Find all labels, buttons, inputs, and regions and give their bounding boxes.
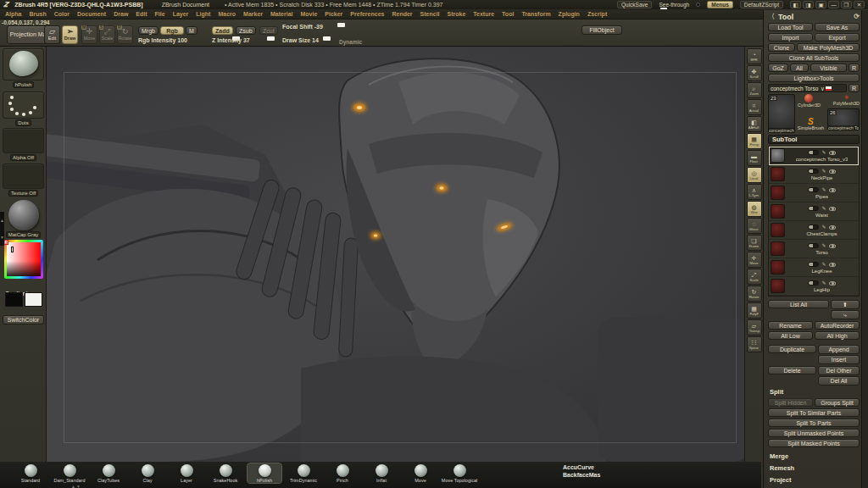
right-shelf-button[interactable]: ✥ Scroll	[747, 65, 762, 81]
tray-brush[interactable]: Move Topological	[442, 463, 476, 483]
right-shelf-button[interactable]: ▱ Transp	[747, 319, 762, 336]
subtool-thumbnail[interactable]	[771, 148, 785, 163]
split-action-button[interactable]: Split Unmasked Points	[768, 429, 860, 437]
visibility-eye-icon[interactable]	[829, 244, 836, 248]
draw-size-slider[interactable]: Draw Size 14	[282, 37, 319, 43]
subtool-row[interactable]: ✎ Pipes	[769, 184, 859, 202]
minimize-icon[interactable]: —	[828, 1, 839, 8]
polypaint-toggle[interactable]	[808, 169, 819, 174]
right-shelf-button[interactable]: ◍ Wire	[747, 201, 762, 217]
secondary-color-swatch[interactable]	[25, 292, 42, 307]
edit-icon[interactable]: ✎	[821, 243, 826, 248]
main-color-swatch[interactable]	[5, 292, 23, 307]
all-low-button[interactable]: All Low	[768, 331, 813, 340]
del-other-button[interactable]: Del Other	[818, 366, 860, 375]
edit-button[interactable]: ▱ Edit	[44, 25, 60, 44]
tray-brush[interactable]: Inflat	[364, 463, 398, 483]
rgb-intensity-slider[interactable]: Rgb Intensity 100	[138, 37, 187, 43]
right-shelf-button[interactable]: ᎒᎒ Xpose	[747, 336, 762, 352]
tray-scroll-handle[interactable]: ▲▼	[71, 484, 81, 488]
tool-item-polymesh3d[interactable]: ✶ PolyMesh3D	[833, 94, 860, 108]
edit-icon[interactable]: ✎	[821, 280, 826, 286]
z-intensity-nub[interactable]	[267, 36, 275, 41]
polypaint-toggle[interactable]	[808, 243, 819, 248]
goz-r-button[interactable]: R	[849, 64, 860, 72]
tray-brush[interactable]: Standard	[14, 463, 47, 483]
document-canvas[interactable]	[47, 47, 744, 462]
edit-icon[interactable]: ✎	[821, 187, 826, 192]
tray-brush[interactable]: Dam_Standard	[53, 463, 86, 483]
tray-brush[interactable]: TrimDynamic	[287, 463, 320, 483]
polypaint-toggle[interactable]	[808, 225, 819, 230]
polypaint-toggle[interactable]	[808, 280, 819, 286]
section-header[interactable]: Remesh	[768, 463, 860, 473]
draw-size-nub[interactable]	[323, 36, 331, 41]
left-tray-divider[interactable]: ▲▼	[0, 212, 4, 246]
autoreorder-button[interactable]: AutoReorder	[815, 321, 860, 330]
delete-button[interactable]: Delete	[768, 366, 816, 374]
quicksave-button[interactable]: QuickSave	[617, 1, 652, 8]
menu-item[interactable]: Transform	[521, 11, 550, 17]
goz-visible-button[interactable]: Visible	[810, 64, 847, 72]
import-button[interactable]: Import	[768, 33, 813, 42]
switch-color-button[interactable]: SwitchColor	[3, 315, 44, 324]
current-stroke-widget[interactable]: Dots	[3, 92, 44, 126]
subtool-thumbnail[interactable]	[771, 186, 785, 200]
right-shelf-button[interactable]: ▦ PolyF	[747, 302, 762, 319]
scale-button[interactable]: S ⤢ Scale	[99, 25, 115, 44]
right-shelf-button[interactable]: ◌ Ghost	[747, 218, 762, 234]
menu-item[interactable]: Alpha	[5, 11, 21, 17]
load-tool-button[interactable]: Load Tool	[768, 23, 813, 31]
mrgb-button[interactable]: Mrgb	[138, 26, 159, 35]
make-polymesh3d-button[interactable]: Make PolyMesh3D	[797, 43, 860, 52]
material-widget[interactable]: MatCap Gray	[3, 200, 44, 238]
draw-button[interactable]: ➣ Draw	[62, 25, 78, 44]
rgb-button[interactable]: Rgb	[160, 26, 184, 35]
subtool-row[interactable]: ✎ LegHip	[769, 277, 859, 296]
section-header[interactable]: Merge	[768, 452, 860, 461]
subtool-thumbnail[interactable]	[771, 167, 785, 181]
tray-brush[interactable]: Pinch	[326, 463, 359, 483]
focal-shift-slider[interactable]: Focal Shift -39	[282, 24, 323, 30]
polypaint-toggle[interactable]	[808, 187, 819, 192]
duplicate-button[interactable]: Duplicate	[768, 345, 816, 353]
menu-item[interactable]: Zscript	[587, 11, 607, 17]
tray-brush[interactable]: SnakeHook	[209, 463, 242, 483]
right-shelf-button[interactable]: ⌗ Actual	[747, 99, 762, 115]
polypaint-toggle[interactable]	[808, 150, 819, 155]
list-all-button[interactable]: List All	[768, 300, 829, 308]
backfacemask-label[interactable]: BackfaceMas	[563, 472, 600, 478]
subtool-row[interactable]: ✎ Waist	[769, 202, 859, 221]
visibility-eye-icon[interactable]	[829, 188, 836, 192]
tray-brush[interactable]: ClayTubes	[92, 463, 125, 483]
stroke-thumbnail[interactable]	[3, 92, 44, 119]
right-shelf-button[interactable]: ▦ Persp	[747, 133, 762, 149]
del-all-button[interactable]: Del All	[818, 376, 860, 385]
edit-icon[interactable]: ✎	[821, 225, 826, 230]
layout-icon[interactable]: ▣	[815, 1, 826, 8]
right-shelf-button[interactable]: ▬ Floor	[747, 150, 762, 166]
right-shelf-button[interactable]: ⌕ Zoom	[747, 82, 762, 98]
goz-all-button[interactable]: All	[790, 64, 809, 72]
split-action-button[interactable]: Split To Parts	[768, 419, 860, 427]
right-shelf-button[interactable]: ◔ BPR	[747, 48, 762, 64]
right-shelf-button[interactable]: ❏ Frame	[747, 235, 762, 251]
accucurve-label[interactable]: AccuCurve	[563, 464, 600, 470]
menu-item[interactable]: Zplugin	[559, 11, 580, 17]
divider-left-icon[interactable]: ◧	[790, 1, 801, 8]
active-tool-thumbnail[interactable]: 23 conceptmech To	[768, 94, 795, 133]
save-as-button[interactable]: Save As	[815, 23, 860, 31]
restore-config-icon[interactable]: ⟳	[854, 13, 860, 20]
menu-item[interactable]: Edit	[136, 11, 147, 17]
zadd-button[interactable]: Zadd	[212, 26, 233, 35]
menu-item[interactable]: Preferences	[350, 11, 384, 17]
edit-icon[interactable]: ✎	[821, 206, 826, 211]
menus-toggle-button[interactable]: Menus	[707, 1, 733, 8]
subtool-thumbnail[interactable]	[771, 241, 785, 256]
split-action-button[interactable]: Split Masked Points	[768, 439, 860, 447]
active-tool-field[interactable]: conceptmech Torso_v	[768, 84, 847, 92]
append-button[interactable]: Append	[818, 345, 860, 354]
subtool-row[interactable]: ✎ LegKnee	[769, 258, 859, 277]
zcut-button[interactable]: Zcut	[259, 26, 278, 35]
subtool-down-button[interactable]: ⤷	[831, 310, 860, 319]
